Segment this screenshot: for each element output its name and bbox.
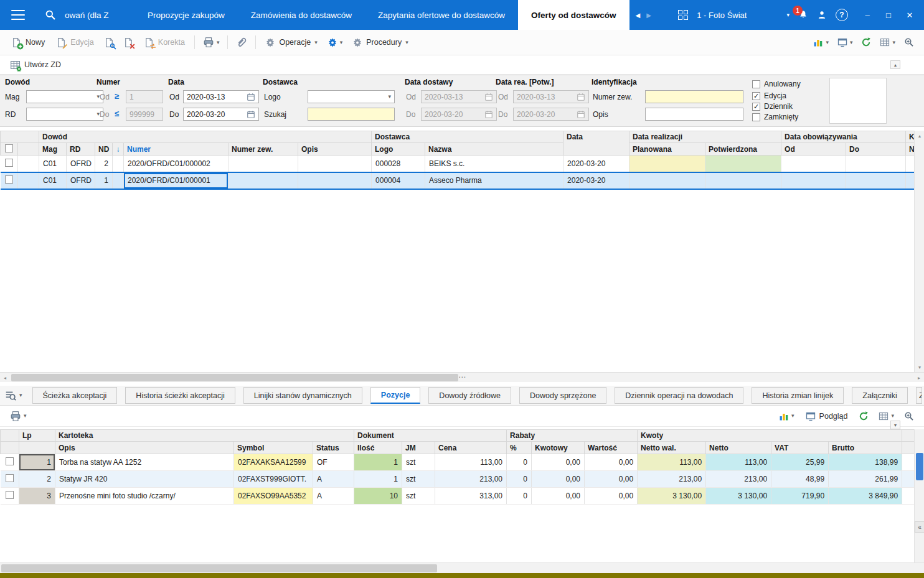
cell-opis[interactable]: Przenośne mini foto studio /czarny/ (55, 488, 234, 505)
calendar-icon[interactable] (247, 110, 255, 119)
cell-cena[interactable]: 113,00 (435, 454, 507, 471)
notifications-button[interactable]: 1 (798, 10, 808, 20)
cell-ilosc[interactable]: 1 (354, 471, 402, 488)
cell-cena[interactable]: 313,00 (435, 488, 507, 505)
help-button[interactable]: ? (836, 9, 848, 21)
data-do-input[interactable]: 2020-03-20 (183, 108, 259, 121)
workspace-selector[interactable]: 1 - Foto Świat ▾ (697, 11, 790, 20)
col-header-cena[interactable]: Cena (435, 442, 507, 454)
cell-potwierdzona[interactable] (705, 172, 781, 189)
cell-planowana[interactable] (629, 156, 705, 172)
col-header-symbol[interactable]: Symbol (234, 442, 313, 454)
cell-opis[interactable]: Statyw JR 420 (55, 471, 234, 488)
cell-do[interactable] (846, 156, 906, 172)
cell-wartosc[interactable]: 0,00 (585, 454, 638, 471)
position-row[interactable]: 2 Statyw JR 420 02FAXST999GIOTT. A 1 szt… (1, 471, 915, 488)
col-header-data[interactable]: Data (563, 131, 629, 156)
col-header-nazwa[interactable]: Nazwa (425, 143, 563, 156)
cell-netto[interactable]: 113,00 (706, 454, 771, 471)
tab-dowody-zrodlowe[interactable]: Dowody źródłowe (428, 387, 511, 404)
cell-status[interactable]: A (313, 488, 354, 505)
collapse-panel-button[interactable]: ▾ (890, 421, 900, 429)
szukaj-input[interactable] (308, 108, 395, 121)
cell-nd[interactable]: 1 (95, 172, 113, 189)
cell-brutto[interactable]: 3 849,90 (829, 488, 902, 505)
print-button[interactable]: ▾ (199, 34, 224, 50)
col-header-jm[interactable]: JM (402, 442, 435, 454)
col-header-wartosc[interactable]: Wartość (585, 442, 638, 454)
cell-lp-focused[interactable]: 1 (19, 454, 55, 471)
cell-brutto[interactable]: 138,99 (829, 454, 902, 471)
col-header-mag[interactable]: Mag (39, 143, 67, 156)
cell-netto-wal[interactable]: 213,00 (638, 471, 706, 488)
cell-opis[interactable] (298, 172, 372, 189)
data-dostawy-od-input[interactable]: 2020-03-13 (421, 90, 497, 103)
cell-od[interactable] (781, 156, 846, 172)
zoom-button[interactable] (900, 35, 918, 50)
cell-vat[interactable]: 719,90 (771, 488, 829, 505)
row-checkbox[interactable] (6, 474, 14, 482)
cell-logo[interactable]: 000028 (372, 156, 425, 172)
col-header-opis[interactable]: Opis (55, 442, 234, 454)
hamburger-menu-button[interactable] (0, 0, 36, 30)
tab-zapytania-ofertowe[interactable]: Zapytania ofertowe do dostawców (365, 0, 518, 30)
col-header-vat[interactable]: VAT (771, 442, 829, 454)
collapse-side-panel-button[interactable]: « (915, 521, 924, 533)
cell-netto-wal[interactable]: 3 130,00 (638, 488, 706, 505)
col-header-brutto[interactable]: Brutto (829, 442, 902, 454)
tab-zamowienia-do-dostawcow[interactable]: Zamówienia do dostawców (238, 0, 365, 30)
cell-symbol[interactable]: 02FAXAKSAA12599 (234, 454, 313, 471)
cell-procent[interactable]: 0 (507, 454, 532, 471)
checkbox-dziennik[interactable]: ✓ Dziennik (752, 102, 793, 111)
splitter-grip-icon[interactable]: ⋯ (458, 373, 466, 381)
minimize-button[interactable]: – (857, 0, 878, 30)
cell-jm[interactable]: szt (402, 454, 435, 471)
vertical-scrollbar[interactable]: ▴ ▾ (914, 131, 924, 372)
cell-jm[interactable]: szt (402, 471, 435, 488)
data-dostawy-do-input[interactable]: 2020-03-20 (421, 108, 497, 121)
cell-symbol[interactable]: 02FAXST999GIOTT. (234, 471, 313, 488)
vertical-scrollbar[interactable]: « (914, 429, 924, 562)
tab-pozycje[interactable]: Pozycje (370, 387, 421, 404)
procedures-button[interactable]: Procedury ▾ (347, 35, 413, 50)
cell-vat[interactable]: 48,99 (771, 471, 829, 488)
print-button[interactable]: ▾ (6, 408, 31, 424)
cell-ilosc[interactable]: 1 (354, 454, 402, 471)
checkbox-zamkniety[interactable]: Zamknięty (752, 113, 798, 121)
row-checkbox[interactable] (6, 457, 14, 465)
new-button[interactable]: Nowy (6, 35, 50, 50)
cell-logo[interactable]: 000004 (372, 172, 425, 189)
col-header-opis[interactable]: Opis (298, 143, 372, 156)
cell-nazwa[interactable]: Asseco Pharma (425, 172, 563, 189)
cell-procent[interactable]: 0 (507, 488, 532, 505)
cell-data[interactable]: 2020-03-20 (563, 156, 629, 172)
col-header-netto-wal[interactable]: Netto wal. (638, 442, 706, 454)
cell-ilosc[interactable]: 10 (354, 488, 402, 505)
sort-descending-icon[interactable]: ↓ (113, 143, 124, 156)
collapse-filter-button[interactable]: ▴ (890, 60, 900, 69)
cell-cena[interactable]: 213,00 (435, 471, 507, 488)
cell-vat[interactable]: 25,99 (771, 454, 829, 471)
search-button[interactable] (36, 0, 65, 30)
numer-zew-input[interactable] (645, 90, 743, 103)
col-header-od[interactable]: Od (781, 143, 846, 156)
col-header-lp[interactable]: Lp (19, 430, 55, 442)
data-od-input[interactable]: 2020-03-13 (183, 90, 259, 103)
correction-button[interactable]: Korekta (139, 35, 190, 50)
col-header-planowana[interactable]: Planowana (629, 143, 705, 156)
refresh-button[interactable] (855, 409, 872, 424)
scroll-left-arrow[interactable]: ◂ (0, 373, 10, 383)
cell-potwierdzona[interactable] (705, 156, 781, 172)
maximize-button[interactable]: □ (878, 0, 899, 30)
cell-opis[interactable] (298, 156, 372, 172)
create-zd-button[interactable]: Utwórz ZD (5, 57, 66, 73)
col-header-logo[interactable]: Logo (372, 143, 425, 156)
attachments-button[interactable] (232, 34, 251, 50)
position-row[interactable]: 3 Przenośne mini foto studio /czarny/ 02… (1, 488, 915, 505)
detail-search-tool[interactable]: ▾ (5, 390, 22, 401)
scrollbar-thumb[interactable] (11, 374, 458, 381)
greater-equal-icon[interactable]: ≥ (115, 91, 119, 101)
horizontal-scrollbar[interactable] (0, 562, 924, 573)
cell-mag[interactable]: C01 (39, 172, 67, 189)
tab-dowody-sprzezone[interactable]: Dowody sprzężone (519, 387, 606, 404)
